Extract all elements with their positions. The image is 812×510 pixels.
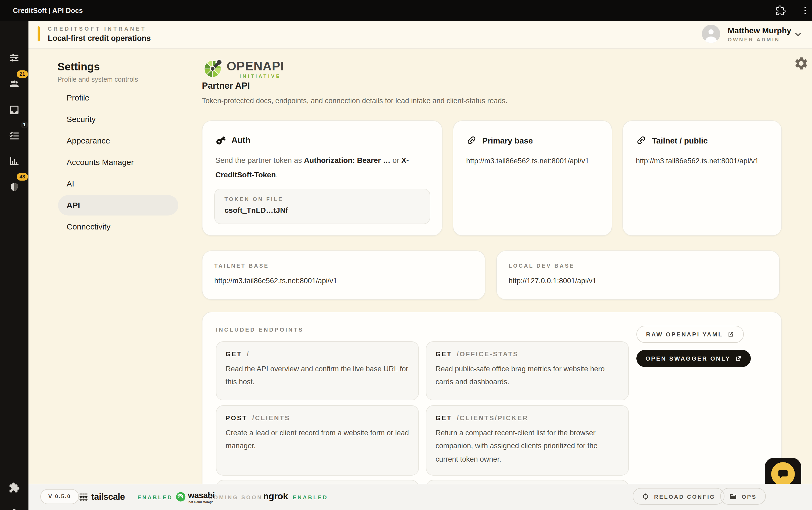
ngrok-status: ENABLED xyxy=(293,494,328,500)
auth-description: Send the partner token as Authorization:… xyxy=(215,153,426,182)
avatar[interactable] xyxy=(702,25,720,43)
extensions-icon[interactable] xyxy=(776,5,786,16)
open-swagger-only-button[interactable]: OPEN SWAGGER ONLY xyxy=(636,350,751,367)
endpoint-description: Read the API overview and confirm the li… xyxy=(225,363,409,389)
local-dev-base-url: http://127.0.0.1:8001/api/v1 xyxy=(509,277,596,285)
wasabi-status: COMING SOON xyxy=(208,494,263,500)
raw-openapi-yaml-label: RAW OPENAPI YAML xyxy=(646,331,723,338)
nav-item-accounts-manager[interactable]: Accounts Manager xyxy=(58,152,178,172)
reload-config-button[interactable]: RELOAD CONFIG xyxy=(633,488,724,505)
endpoint-method: GET xyxy=(225,350,242,358)
accent-bar xyxy=(38,26,40,41)
titlebar: CreditSoft | API Docs xyxy=(0,0,812,21)
primary-base-url: http://m3.tail86e562.ts.net:8001/api/v1 xyxy=(466,154,601,168)
tailscale-wordmark: tailscale xyxy=(91,492,125,502)
chevron-down-icon[interactable] xyxy=(793,30,803,39)
endpoint-card-clients: POST/CLIENTS Create a lead or client rec… xyxy=(216,405,419,476)
nav-item-appearance[interactable]: Appearance xyxy=(58,131,178,151)
external-link-icon xyxy=(735,355,742,362)
endpoint-card-office-stats: GET/OFFICE-STATS Read public-safe office… xyxy=(426,341,629,400)
openapi-initiative-label: INITIATIVE xyxy=(240,74,281,79)
tailscale-status: ENABLED xyxy=(138,494,173,500)
folder-icon xyxy=(729,492,737,500)
local-dev-base-label: LOCAL DEV BASE xyxy=(509,263,575,269)
sliders-icon[interactable] xyxy=(8,52,20,63)
endpoint-description: Read public-safe office brag metrics for… xyxy=(435,363,619,389)
page-subtitle: Token-protected docs, endpoints, and con… xyxy=(202,97,508,105)
endpoint-path: /CLIENTS xyxy=(252,414,290,422)
app-window: CreditSoft | API Docs 21 1 43 CREDITSOFT… xyxy=(0,0,812,510)
page-title: Partner API xyxy=(202,81,250,91)
settings-subtitle: Profile and system controls xyxy=(57,76,138,83)
primary-base-card: Primary base http://m3.tail86e562.ts.net… xyxy=(453,120,612,236)
openapi-logo-icon xyxy=(202,56,224,79)
window-title: CreditSoft | API Docs xyxy=(13,6,83,15)
nav-item-ai[interactable]: AI xyxy=(58,174,178,194)
nav-item-security[interactable]: Security xyxy=(58,109,178,130)
endpoint-description: Create a lead or client record from a we… xyxy=(225,427,409,453)
endpoint-card-root: GET/ Read the API overview and confirm t… xyxy=(216,341,419,400)
wasabi-logo-icon xyxy=(176,492,186,502)
nav-item-api[interactable]: API xyxy=(58,195,178,216)
external-link-icon xyxy=(727,331,734,338)
ops-button[interactable]: OPS xyxy=(720,488,766,505)
ops-label: OPS xyxy=(742,493,757,500)
header-title: Local-first credit operations xyxy=(48,34,151,42)
endpoint-description: Return a compact recent-client list for … xyxy=(435,427,619,466)
speech-bubble-icon xyxy=(777,468,789,480)
included-endpoints-card: INCLUDED ENDPOINTS GET/ Read the API ove… xyxy=(202,312,782,509)
ngrok-wordmark: ngrok xyxy=(263,491,288,502)
token-box: TOKEN ON FILE csoft_TnLD…tJNf xyxy=(214,189,430,224)
endpoint-path: /CLIENTS/PICKER xyxy=(457,414,529,422)
chat-bubble-circle xyxy=(771,462,795,486)
tailnet-public-title: Tailnet / public xyxy=(652,136,708,145)
tailnet-public-url: http://m3.tail86e562.ts.net:8001/api/v1 xyxy=(636,154,771,168)
reload-config-label: RELOAD CONFIG xyxy=(654,493,715,500)
version-badge: V 0.5.0 xyxy=(40,489,79,504)
settings-title: Settings xyxy=(57,61,100,73)
endpoint-method: GET xyxy=(435,350,452,358)
icon-rail: 21 1 43 xyxy=(0,21,28,510)
app-header: CREDITSOFT INTRANET Local-first credit o… xyxy=(28,21,812,49)
tailnet-base-url: http://m3.tail86e562.ts.net:8001/api/v1 xyxy=(214,277,337,285)
endpoint-path: /OFFICE-STATS xyxy=(457,350,518,358)
checklist-icon[interactable] xyxy=(8,130,20,141)
nav-item-connectivity[interactable]: Connectivity xyxy=(58,217,178,237)
gear-icon[interactable] xyxy=(8,508,20,510)
local-dev-base-card: LOCAL DEV BASE http://127.0.0.1:8001/api… xyxy=(496,250,780,300)
tailnet-public-card: Tailnet / public http://m3.tail86e562.ts… xyxy=(623,120,782,236)
open-swagger-only-label: OPEN SWAGGER ONLY xyxy=(645,355,731,362)
endpoint-path: / xyxy=(247,350,250,358)
bar-chart-icon[interactable] xyxy=(8,155,20,167)
auth-card-title: Auth xyxy=(232,136,250,145)
link-icon xyxy=(466,135,477,146)
endpoint-card-clients-picker: GET/CLIENTS/PICKER Return a compact rece… xyxy=(426,405,629,476)
settings-gear-icon[interactable] xyxy=(794,56,809,71)
header-eyebrow: CREDITSOFT INTRANET xyxy=(48,26,146,32)
raw-openapi-yaml-button[interactable]: RAW OPENAPI YAML xyxy=(636,326,744,343)
nav-item-profile[interactable]: Profile xyxy=(58,88,178,108)
shield-icon[interactable] xyxy=(8,182,20,193)
tailscale-logo-icon xyxy=(79,492,88,502)
user-name: Matthew Murphy xyxy=(728,26,791,35)
users-icon[interactable] xyxy=(8,79,20,90)
token-label: TOKEN ON FILE xyxy=(224,196,420,202)
included-endpoints-label: INCLUDED ENDPOINTS xyxy=(216,326,304,333)
token-value: csoft_TnLD…tJNf xyxy=(224,206,420,215)
endpoint-method: GET xyxy=(435,414,452,422)
inbox-icon[interactable] xyxy=(8,104,20,116)
tasks-count-badge: 1 xyxy=(21,121,28,129)
openapi-wordmark: OPENAPI xyxy=(227,59,284,74)
auth-card: Auth Send the partner token as Authoriza… xyxy=(202,120,443,236)
user-role: OWNER ADMIN xyxy=(728,36,780,42)
link-icon xyxy=(636,135,646,146)
shield-count-badge: 43 xyxy=(17,173,28,180)
users-count-badge: 21 xyxy=(17,70,28,78)
wasabi-tagline: hot cloud storage xyxy=(188,500,213,504)
plugin-icon[interactable] xyxy=(8,482,20,493)
refresh-icon xyxy=(642,492,649,500)
person-icon xyxy=(702,25,720,43)
key-icon xyxy=(215,135,226,146)
kebab-menu-icon[interactable] xyxy=(800,5,810,16)
tailnet-base-label: TAILNET BASE xyxy=(214,263,269,269)
